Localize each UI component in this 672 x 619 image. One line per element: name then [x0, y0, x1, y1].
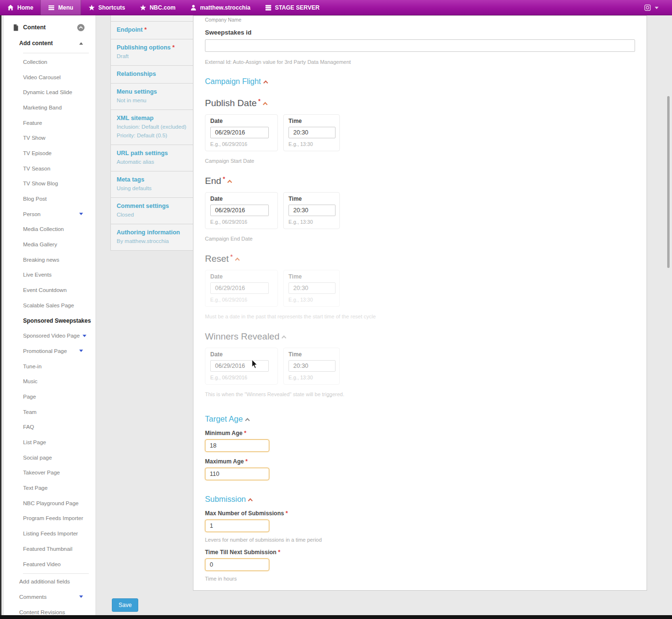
- winners-revealed-time-input[interactable]: [288, 360, 336, 372]
- chevron-up-icon[interactable]: [263, 102, 267, 107]
- sidebar-item-faq[interactable]: FAQ: [9, 420, 96, 435]
- environment-icon[interactable]: [644, 4, 651, 11]
- end-date-input[interactable]: [210, 205, 269, 216]
- winners-revealed-date-input[interactable]: [210, 360, 269, 372]
- sidebar-item-scalable-sales-page[interactable]: Scalable Sales Page: [9, 298, 96, 313]
- sidebar-item-video-carousel[interactable]: Video Carousel: [9, 70, 96, 85]
- minimum-age-input[interactable]: [205, 439, 269, 452]
- sidebar-item-takeover-page[interactable]: Takeover Page: [9, 465, 96, 481]
- date-column: DateE.g., 06/29/2016: [205, 270, 278, 307]
- scrollbar-thumb[interactable]: [667, 96, 670, 268]
- sidebar-item-tv-season[interactable]: TV Season: [9, 161, 96, 176]
- reset-date-input[interactable]: [210, 282, 269, 294]
- vertical-tab-title: Relationships: [117, 71, 187, 78]
- sidebar-item-program-feeds-importer[interactable]: Program Feeds Importer: [9, 511, 96, 526]
- chevron-down-icon[interactable]: [655, 7, 659, 9]
- chevron-up-icon[interactable]: [227, 180, 232, 185]
- sidebar-item-event-countdown[interactable]: Event Countdown: [9, 282, 96, 298]
- sidebar-item-list-page[interactable]: List Page: [9, 435, 96, 450]
- vertical-tab-authoring-information[interactable]: Authoring informationBy matthew.strocchi…: [110, 224, 193, 251]
- divider: [23, 53, 89, 53]
- group-link-submission[interactable]: Submission: [205, 495, 246, 503]
- campaign-flight-link[interactable]: Campaign Flight: [205, 77, 261, 85]
- vertical-tab-meta-tags[interactable]: Meta tagsUsing defaults: [110, 171, 193, 198]
- sidebar-item-label: TV Episode: [23, 150, 51, 156]
- vertical-tab-url-path-settings[interactable]: URL path settingsAutomatic alias: [110, 145, 193, 171]
- sidebar-item-team[interactable]: Team: [9, 404, 96, 420]
- vertical-tab-publishing-options[interactable]: Publishing options *Draft: [110, 39, 193, 66]
- chevron-up-icon[interactable]: [263, 81, 268, 85]
- sidebar-item-tv-show-blog[interactable]: TV Show Blog: [9, 176, 96, 192]
- sidebar-item-live-events[interactable]: Live Events: [9, 267, 96, 283]
- sidebar-item-label: Person: [23, 211, 40, 217]
- sidebar-item-featured-thumbnail[interactable]: Featured Thumbnail: [9, 541, 96, 557]
- sidebar-item-tv-episode[interactable]: TV Episode: [9, 146, 96, 161]
- chevron-down-icon[interactable]: [83, 335, 86, 337]
- vertical-tab-xml-sitemap[interactable]: XML sitemapInclusion: Default (excluded)…: [110, 109, 193, 145]
- sidebar-item-tv-show[interactable]: TV Show: [9, 130, 96, 146]
- vertical-tab-summary: Not in menu: [117, 97, 187, 104]
- date-label: Date: [210, 351, 273, 358]
- chevron-down-icon[interactable]: [79, 213, 83, 215]
- chevron-up-icon[interactable]: [245, 418, 250, 423]
- date-column: DateE.g., 06/29/2016: [205, 348, 278, 385]
- vertical-tab-relationships[interactable]: Relationships: [110, 65, 193, 84]
- sidebar-item-content-revisions[interactable]: Content Revisions: [9, 605, 96, 615]
- collapse-circle-icon[interactable]: [77, 24, 85, 32]
- sidebar-item-breaking-news[interactable]: Breaking news: [9, 252, 96, 267]
- reset-time-input[interactable]: [288, 282, 336, 294]
- sidebar-item-nbc-playground-page[interactable]: NBC Playground Page: [9, 496, 96, 511]
- time-column: TimeE.g., 13:30: [283, 192, 340, 229]
- sidebar-item-featured-video[interactable]: Featured Video: [9, 557, 96, 572]
- time-label: Time: [288, 273, 335, 280]
- toolbar-item-home[interactable]: Home: [0, 0, 40, 15]
- publish-date-date-input[interactable]: [210, 127, 269, 138]
- sidebar-header: Content: [9, 20, 96, 35]
- toolbar-item-matthew-strocchia[interactable]: matthew.strocchia: [183, 0, 258, 15]
- time-till-next-submission-input[interactable]: [205, 558, 269, 571]
- save-button[interactable]: Save: [112, 598, 138, 612]
- sidebar-item-feature[interactable]: Feature: [9, 115, 96, 131]
- chevron-up-icon[interactable]: [248, 498, 253, 503]
- toolbar-item-nbc-com[interactable]: NBC.com: [132, 0, 183, 15]
- sidebar-item-media-collection[interactable]: Media Collection: [9, 222, 96, 237]
- sidebar-item-music[interactable]: Music: [9, 374, 96, 389]
- date-section-description: Must be a date in the past that represen…: [205, 314, 635, 319]
- vertical-tab-menu-settings[interactable]: Menu settingsNot in menu: [110, 83, 193, 110]
- toolbar-item-menu[interactable]: Menu: [40, 0, 81, 15]
- sweepstakes-id-input[interactable]: [205, 39, 635, 52]
- vertical-tab-endpoint[interactable]: Endpoint *: [110, 21, 193, 39]
- sidebar-item-tune-in[interactable]: Tune-in: [9, 359, 96, 374]
- sidebar-item-label: Dynamic Lead Slide: [23, 89, 72, 95]
- chevron-up-icon[interactable]: [282, 336, 287, 340]
- sidebar-item-marketing-band[interactable]: Marketing Band: [9, 100, 96, 115]
- group-link-target-age[interactable]: Target Age: [205, 414, 243, 423]
- maximum-age-input[interactable]: [205, 468, 269, 480]
- date-section-description: Campaign End Date: [205, 236, 635, 242]
- toolbar-item-stage-server[interactable]: STAGE SERVER: [258, 0, 327, 15]
- sidebar-item-person[interactable]: Person: [9, 206, 96, 222]
- sidebar-item-add-additional-fields[interactable]: Add additional fields: [9, 574, 96, 589]
- chevron-down-icon[interactable]: [79, 350, 83, 352]
- sidebar-item-media-gallery[interactable]: Media Gallery: [9, 237, 96, 252]
- sidebar-item-promotional-page[interactable]: Promotional Page: [9, 343, 96, 359]
- end-time-input[interactable]: [288, 205, 336, 216]
- sidebar-item-sponsored-sweepstakes[interactable]: Sponsored Sweepstakes: [9, 313, 96, 328]
- sidebar-item-listing-feeds-importer[interactable]: Listing Feeds Importer: [9, 526, 96, 541]
- sidebar-item-sponsored-video-page[interactable]: Sponsored Video Page: [9, 328, 96, 343]
- sidebar-item-blog-post[interactable]: Blog Post: [9, 191, 96, 206]
- sidebar-item-dynamic-lead-slide[interactable]: Dynamic Lead Slide: [9, 85, 96, 100]
- sidebar-item-text-page[interactable]: Text Page: [9, 480, 96, 496]
- add-content-toggle[interactable]: Add content: [9, 36, 96, 51]
- sidebar-item-social-page[interactable]: Social page: [9, 450, 96, 465]
- chevron-up-icon[interactable]: [235, 258, 240, 263]
- sidebar-item-comments[interactable]: Comments: [9, 589, 96, 605]
- chevron-down-icon[interactable]: [79, 595, 83, 598]
- publish-date-time-input[interactable]: [288, 127, 336, 138]
- max-number-of-submissions-input[interactable]: [205, 520, 269, 532]
- sidebar-item-collection[interactable]: Collection: [9, 54, 96, 70]
- toolbar-item-shortcuts[interactable]: Shortcuts: [81, 0, 132, 15]
- sidebar-item-page[interactable]: Page: [9, 389, 96, 404]
- date-section-heading: Winners Revealed: [205, 331, 635, 342]
- vertical-tab-comment-settings[interactable]: Comment settingsClosed: [110, 197, 193, 224]
